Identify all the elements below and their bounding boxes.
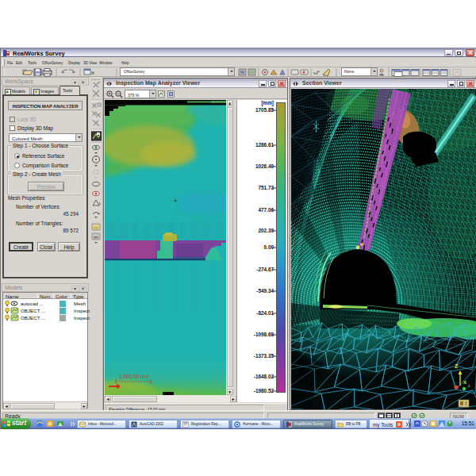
svg-text:X: X	[463, 380, 466, 385]
svg-text:Z: Z	[455, 363, 459, 369]
svg-text:1 000.00 mm: 1 000.00 mm	[119, 374, 149, 379]
